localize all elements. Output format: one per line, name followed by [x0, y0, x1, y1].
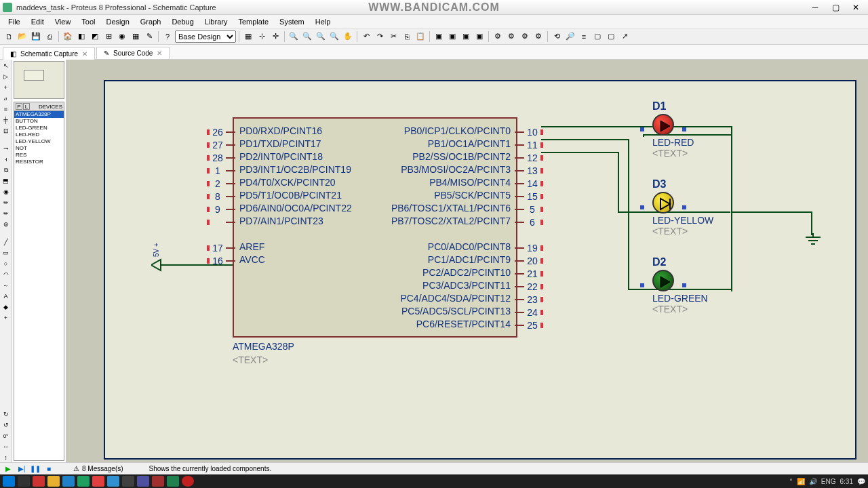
paste-icon[interactable]: 📋 — [414, 30, 427, 43]
zoom-in-icon[interactable]: 🔍 — [288, 30, 300, 43]
tray-up-icon[interactable]: ˄ — [789, 478, 793, 485]
chip-pin[interactable]: 9 — [207, 203, 235, 216]
terminal-icon[interactable] — [122, 476, 134, 487]
explorer-icon[interactable] — [47, 476, 60, 487]
led-d1[interactable]: D1 LED-RED <TEXT> — [652, 100, 694, 159]
origin-icon[interactable]: ✛ — [269, 30, 281, 43]
play-button[interactable]: ▶ — [3, 464, 14, 474]
wire[interactable] — [811, 211, 812, 235]
threed-icon[interactable]: ◉ — [116, 30, 128, 43]
arc-icon[interactable]: ◠ — [1, 270, 11, 279]
atmega-chip[interactable]: 26PD0/RXD/PCINT1627PD1/TXD/PCINT1728PD2/… — [233, 117, 517, 338]
chip-pin[interactable]: 23 — [515, 293, 543, 306]
menu-tool[interactable]: Tool — [76, 16, 100, 27]
devicepin-icon[interactable]: ⫞ — [1, 155, 11, 164]
close-tab-icon[interactable]: ✕ — [82, 50, 87, 58]
component-icon[interactable]: ▷ — [1, 72, 11, 81]
list-item[interactable]: LED-GREEN — [14, 125, 64, 131]
text-icon[interactable]: ≡ — [1, 104, 11, 114]
chip-pin[interactable]: 16 — [207, 254, 235, 267]
acrobat-icon[interactable] — [33, 476, 45, 487]
menu-design[interactable]: Design — [101, 16, 135, 27]
source-icon[interactable]: ✎ — [143, 30, 155, 43]
graph-icon[interactable]: ⧉ — [1, 165, 11, 175]
decompose-icon[interactable]: ⚙ — [532, 30, 545, 43]
list-item[interactable]: LED-YELLOW — [14, 138, 64, 145]
list-item[interactable]: BUTTON — [14, 118, 64, 125]
chip-pin[interactable]: 10 — [515, 125, 543, 138]
ground-terminal[interactable] — [803, 233, 823, 251]
led-d3[interactable]: D3 LED-YELLOW <TEXT> — [652, 178, 713, 237]
chip-pin[interactable]: 1 — [207, 164, 235, 177]
junction-icon[interactable]: + — [1, 83, 11, 92]
block-copy-icon[interactable]: ▣ — [433, 30, 445, 43]
wire[interactable] — [731, 289, 732, 291]
redo-icon[interactable]: ↷ — [374, 30, 386, 43]
package-icon[interactable]: ⚙ — [519, 30, 531, 43]
chip-pin[interactable]: 8 — [207, 190, 235, 203]
p-button[interactable]: P — [16, 103, 22, 110]
property-icon[interactable]: ≡ — [578, 30, 590, 43]
edge-icon[interactable] — [107, 476, 119, 487]
generator-icon[interactable]: ◉ — [1, 187, 11, 197]
list-item[interactable]: LED-RED — [14, 131, 64, 138]
notifications-icon[interactable]: 💬 — [857, 478, 865, 485]
marker-icon[interactable]: + — [1, 313, 11, 323]
new-icon[interactable]: 🗋 — [3, 30, 15, 43]
menu-file[interactable]: File — [3, 16, 26, 27]
app-icon[interactable] — [137, 476, 149, 487]
chip-pin[interactable]: 13 — [515, 164, 543, 177]
wire[interactable] — [541, 126, 732, 127]
chip-pin[interactable]: 25 — [515, 319, 543, 331]
app-icon[interactable] — [62, 476, 75, 487]
circle-icon[interactable]: ○ — [1, 259, 11, 268]
list-item[interactable]: RES — [14, 152, 64, 159]
tape-icon[interactable]: ⬒ — [1, 176, 11, 186]
chip-pin[interactable]: 20 — [515, 254, 543, 267]
warning-icon[interactable]: ⚠ — [73, 465, 79, 472]
make-icon[interactable]: ⚙ — [505, 30, 517, 43]
terminal-icon[interactable]: ⊸ — [1, 144, 11, 153]
app-icon[interactable] — [152, 476, 164, 487]
menu-library[interactable]: Library — [199, 16, 233, 27]
textdraw-icon[interactable]: A — [1, 291, 11, 301]
line-icon[interactable]: ╱ — [1, 237, 11, 247]
app-icon[interactable] — [77, 476, 90, 487]
chip-pin[interactable]: 26 — [207, 125, 235, 138]
power-terminal[interactable]: 5V + — [151, 258, 192, 273]
tab-schematic[interactable]: ◧ Schematic Capture ✕ — [3, 47, 95, 60]
snap-icon[interactable]: ⊹ — [256, 30, 268, 43]
label-icon[interactable]: 𝑎 — [1, 94, 11, 103]
wire[interactable] — [618, 152, 619, 213]
wire[interactable] — [541, 139, 629, 140]
menu-system[interactable]: System — [274, 16, 310, 27]
zoom-out-icon[interactable]: 🔍 — [301, 30, 313, 43]
design-select[interactable]: Base Design — [175, 30, 236, 43]
box-icon[interactable]: ▭ — [1, 248, 11, 258]
list-item[interactable]: NOT — [14, 145, 64, 152]
zoom-area-icon[interactable]: 🔍 — [328, 30, 340, 43]
currprobe-icon[interactable]: ✏ — [1, 209, 11, 218]
pan-icon[interactable]: ✋ — [342, 30, 354, 43]
chip-pin[interactable]: 22 — [515, 280, 543, 293]
wire[interactable] — [628, 139, 629, 290]
exit-icon[interactable]: ↗ — [618, 30, 631, 43]
copy-icon[interactable]: ⎘ — [401, 30, 413, 43]
virtual-icon[interactable]: ⊚ — [1, 220, 11, 229]
subcircuit-icon[interactable]: ⊡ — [1, 126, 11, 136]
home-icon[interactable]: 🏠 — [62, 30, 74, 43]
chip-pin[interactable]: 27 — [207, 138, 235, 151]
rotate-ccw-icon[interactable]: ↺ — [1, 420, 11, 430]
search-icon[interactable] — [18, 476, 30, 487]
pcb-icon[interactable]: ◩ — [89, 30, 101, 43]
preview-pane[interactable] — [14, 61, 64, 99]
mirror-v-icon[interactable]: ↕ — [1, 453, 11, 462]
maximize-button[interactable]: ▢ — [826, 1, 845, 14]
menu-edit[interactable]: Edit — [26, 16, 50, 27]
rotate-cw-icon[interactable]: ↻ — [1, 409, 11, 419]
autoroute-icon[interactable]: ⟲ — [551, 30, 563, 43]
del-sheet-icon[interactable]: ▢ — [605, 30, 617, 43]
chip-pin[interactable]: 5 — [515, 203, 543, 216]
gerber-icon[interactable]: ⊞ — [102, 30, 115, 43]
list-item[interactable]: ATMEGA328P — [14, 111, 64, 118]
